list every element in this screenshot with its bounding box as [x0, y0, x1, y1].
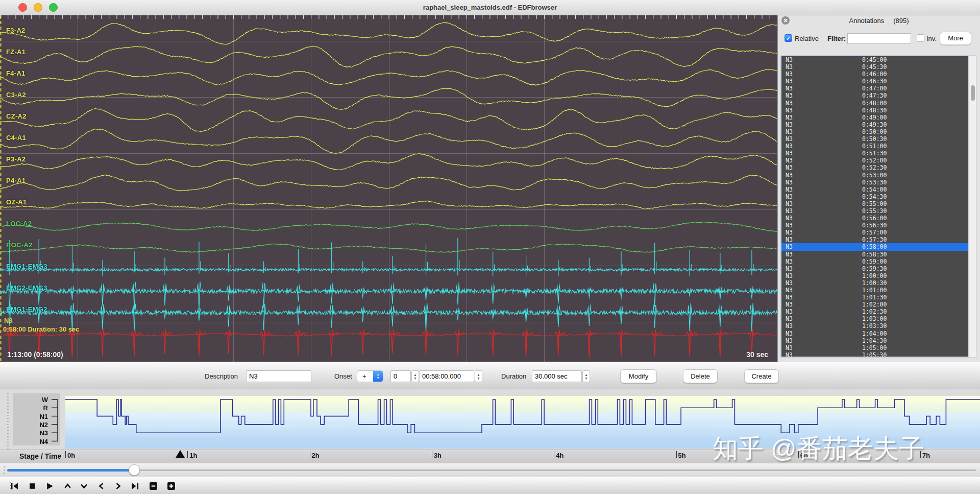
annotation-row[interactable]: N31:02:00: [781, 301, 968, 308]
annotation-row[interactable]: N30:47:30: [781, 92, 968, 99]
annotation-row[interactable]: N30:53:00: [781, 172, 968, 179]
annotation-row[interactable]: N30:59:30: [781, 265, 968, 272]
annotations-scrollbar[interactable]: [969, 55, 976, 358]
scrollbar-thumb[interactable]: [971, 85, 975, 101]
annotation-row[interactable]: N31:04:30: [781, 337, 968, 344]
more-button[interactable]: More: [940, 32, 971, 45]
annotation-row[interactable]: N30:51:00: [781, 143, 968, 150]
modify-button[interactable]: Modify: [620, 369, 657, 383]
onset-sign-value: +: [362, 372, 366, 380]
annotations-panel: ✕ Annotations(895) ✓ Relative Filter: In…: [777, 15, 980, 362]
time-tick: [65, 451, 66, 458]
hypnogram-plot[interactable]: [65, 396, 980, 449]
annotation-row[interactable]: N31:03:30: [781, 322, 968, 330]
annotation-time: 0:50:30: [862, 135, 887, 143]
annotation-row[interactable]: N30:48:00: [781, 100, 968, 107]
annotation-row[interactable]: N30:52:00: [781, 157, 968, 164]
annotation-row[interactable]: N30:49:30: [781, 121, 968, 128]
annotation-row[interactable]: N30:46:30: [781, 78, 968, 85]
stop-button[interactable]: [28, 482, 37, 490]
annotation-row[interactable]: N30:46:00: [781, 70, 968, 78]
annotation-row[interactable]: N30:57:30: [781, 236, 968, 243]
play-button[interactable]: [45, 482, 54, 490]
annotation-row[interactable]: N30:59:00: [781, 258, 968, 265]
time-tick: [798, 451, 799, 458]
duration-input[interactable]: [532, 370, 582, 382]
annotation-row[interactable]: N30:49:00: [781, 114, 968, 121]
relative-checkbox[interactable]: ✓: [785, 34, 792, 42]
slider-track[interactable]: [7, 469, 976, 471]
annotation-row[interactable]: N30:45:00: [781, 56, 968, 63]
annotation-row[interactable]: N31:03:00: [781, 315, 968, 322]
step-right-button[interactable]: [114, 482, 122, 490]
zoom-out-button[interactable]: [149, 482, 158, 490]
window-title: raphael_sleep_mastoids.edf - EDFbrowser: [0, 4, 980, 11]
skip-to-start-button[interactable]: [10, 482, 19, 490]
annotation-row[interactable]: N31:02:30: [781, 308, 968, 315]
annotation-row[interactable]: N31:00:00: [781, 272, 968, 279]
slider-thumb[interactable]: [129, 464, 140, 476]
annotation-row[interactable]: N30:50:30: [781, 135, 968, 143]
hypnogram-time-axis: Stage / Time 0h1h2h3h4h5h6h7h: [0, 450, 980, 463]
annotation-row[interactable]: N30:48:30: [781, 107, 968, 114]
annotation-row[interactable]: N30:51:30: [781, 150, 968, 157]
annotation-row[interactable]: N30:56:00: [781, 215, 968, 222]
onset-days-stepper[interactable]: ▲▼: [411, 370, 419, 382]
onset-time-input[interactable]: [419, 370, 474, 382]
annotation-row[interactable]: N31:00:30: [781, 279, 968, 287]
annotation-row[interactable]: N31:01:30: [781, 294, 968, 301]
annotation-row[interactable]: N30:45:30: [781, 63, 968, 70]
duration-stepper[interactable]: ▲▼: [582, 370, 590, 382]
annotation-time: 0:58:00: [862, 243, 887, 250]
page-down-button[interactable]: [80, 482, 88, 490]
annotation-row[interactable]: N31:04:00: [781, 330, 968, 337]
annotation-time: 0:55:00: [862, 200, 887, 207]
step-left-button[interactable]: [97, 482, 106, 490]
annotation-time: 0:50:00: [862, 128, 887, 135]
delete-button[interactable]: Delete: [683, 369, 718, 383]
annotation-row[interactable]: N30:55:00: [781, 200, 968, 207]
annotations-panel-title: Annotations(895): [778, 17, 980, 25]
skip-to-end-button[interactable]: [131, 482, 139, 490]
annotation-row[interactable]: N30:56:30: [781, 222, 968, 229]
annotation-row[interactable]: N30:52:30: [781, 164, 968, 171]
annotation-name: N3: [786, 294, 793, 301]
zoom-in-button[interactable]: [167, 482, 176, 490]
annotation-time: 0:58:30: [862, 251, 887, 258]
onset-days-input[interactable]: [390, 370, 411, 382]
annotation-row[interactable]: N30:47:00: [781, 85, 968, 92]
filter-input[interactable]: [847, 33, 911, 44]
signal-display-area[interactable]: F3-A2FZ-A1F4-A1C3-A2CZ-A2C4-A1P3-A2P4-A1…: [0, 15, 777, 362]
annotation-name: N3: [786, 107, 793, 114]
onset-sign-combobox[interactable]: + ▲▼: [357, 370, 383, 382]
annotation-name: N3: [786, 70, 793, 78]
annotation-name: N3: [786, 92, 793, 99]
create-button[interactable]: Create: [744, 369, 779, 383]
annotation-row[interactable]: N30:50:00: [781, 128, 968, 135]
annotation-name: N3: [786, 315, 793, 322]
time-tick-label: 6h: [800, 452, 808, 459]
annotation-row[interactable]: N31:01:00: [781, 287, 968, 294]
annotation-row[interactable]: N30:57:00: [781, 229, 968, 236]
annotation-time: 0:45:30: [862, 63, 887, 70]
annotation-row[interactable]: N31:05:00: [781, 344, 968, 351]
slider-drag-handle[interactable]: [3, 465, 6, 475]
annotation-row[interactable]: N30:55:30: [781, 207, 968, 215]
stage-time-label: Stage / Time: [19, 452, 61, 460]
channel-label-c3-a2: C3-A2: [6, 91, 26, 99]
eeg-canvas[interactable]: [0, 15, 777, 362]
annotation-row[interactable]: N30:58:30: [781, 251, 968, 258]
annotation-time: 0:49:30: [862, 121, 887, 128]
annotation-row[interactable]: N30:53:30: [781, 179, 968, 186]
annotation-row[interactable]: N30:58:00: [781, 243, 968, 250]
annotations-list[interactable]: N30:45:00N30:45:30N30:46:00N30:46:30N30:…: [780, 55, 969, 358]
inv-checkbox[interactable]: [917, 34, 924, 42]
page-up-button[interactable]: [63, 482, 72, 490]
annotation-time: 0:47:00: [862, 85, 887, 92]
description-input[interactable]: [246, 370, 311, 382]
onset-time-stepper[interactable]: ▲▼: [475, 370, 482, 382]
annotation-row[interactable]: N30:54:30: [781, 193, 968, 200]
annotation-time: 0:51:30: [862, 150, 887, 157]
annotation-row[interactable]: N30:54:00: [781, 186, 968, 193]
annotation-row[interactable]: N31:05:30: [781, 351, 968, 358]
